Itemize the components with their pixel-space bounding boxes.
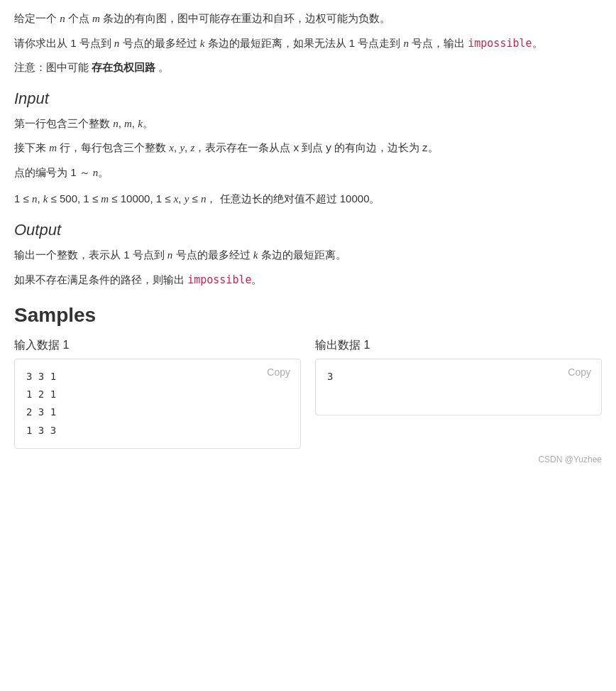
samples-title: Samples	[14, 304, 602, 327]
input-line1: 第一行包含三个整数 n, m, k。	[14, 114, 602, 134]
copy-input-button[interactable]: Copy	[263, 365, 295, 379]
impossible-code-2: impossible	[187, 273, 251, 286]
intro-line2: 请你求出从 1 号点到 n 号点的最多经过 k 条边的最短距离，如果无法从 1 …	[14, 33, 602, 54]
input-sample: 输入数据 1 3 3 1 1 2 1 2 3 1 1 3 3 Copy	[14, 338, 301, 449]
constraint-line: 1 ≤ n, k ≤ 500, 1 ≤ m ≤ 10000, 1 ≤ x, y …	[14, 188, 602, 210]
input-line3: 点的编号为 1 ～ n。	[14, 163, 602, 183]
input-section: Input 第一行包含三个整数 n, m, k。 接下来 m 行，每行包含三个整…	[14, 89, 602, 210]
note-bold-text: 存在负权回路	[92, 61, 155, 73]
intro-section: 给定一个 n 个点 m 条边的有向图，图中可能存在重边和自环，边权可能为负数。 …	[14, 9, 602, 78]
output-line2: 如果不存在满足条件的路径，则输出 impossible。	[14, 270, 602, 290]
output-sample-box: 3 Copy	[315, 359, 602, 415]
output-sample-label: 输出数据 1	[315, 338, 602, 353]
input-sample-label: 输入数据 1	[14, 338, 301, 353]
samples-section: Samples 输入数据 1 3 3 1 1 2 1 2 3 1 1 3 3 C…	[14, 304, 602, 449]
copy-output-button[interactable]: Copy	[563, 365, 595, 379]
output-title: Output	[14, 221, 602, 239]
samples-container: 输入数据 1 3 3 1 1 2 1 2 3 1 1 3 3 Copy 输出数据…	[14, 338, 602, 449]
input-sample-box: 3 3 1 1 2 1 2 3 1 1 3 3 Copy	[14, 359, 301, 449]
footer-attribution: CSDN @Yuzhee	[14, 455, 602, 464]
intro-line1: 给定一个 n 个点 m 条边的有向图，图中可能存在重边和自环，边权可能为负数。	[14, 9, 602, 29]
input-title: Input	[14, 89, 602, 108]
output-line1: 输出一个整数，表示从 1 号点到 n 号点的最多经过 k 条边的最短距离。	[14, 245, 602, 266]
output-sample: 输出数据 1 3 Copy	[315, 338, 602, 449]
impossible-code-1: impossible	[468, 37, 532, 50]
input-sample-data: 3 3 1 1 2 1 2 3 1 1 3 3	[26, 368, 258, 440]
output-section: Output 输出一个整数，表示从 1 号点到 n 号点的最多经过 k 条边的最…	[14, 221, 602, 290]
intro-note: 注意：图中可能 存在负权回路 。	[14, 58, 602, 78]
output-sample-data: 3	[327, 368, 559, 386]
input-line2: 接下来 m 行，每行包含三个整数 x, y, z，表示存在一条从点 x 到点 y…	[14, 138, 602, 158]
